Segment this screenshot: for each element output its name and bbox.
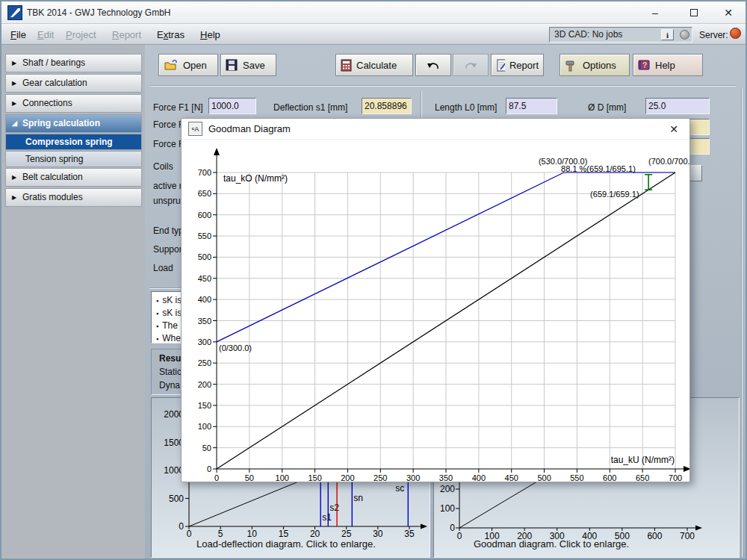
sidebar-item-belt-calculation[interactable]: ▶ Belt calculation <box>5 168 142 187</box>
undo-button[interactable] <box>415 54 451 76</box>
svg-text:700: 700 <box>669 473 682 482</box>
info-button[interactable]: i <box>661 29 674 40</box>
section-separator <box>149 287 181 289</box>
svg-text:0: 0 <box>207 464 211 473</box>
form-divider <box>421 91 422 119</box>
server-label: Server: <box>699 30 728 40</box>
menu-extras[interactable]: Extras <box>152 28 189 42</box>
server-status-led <box>730 28 741 39</box>
svg-text:650: 650 <box>198 189 211 198</box>
svg-text:200: 200 <box>341 473 354 482</box>
dialog-close-button[interactable]: ✕ <box>666 122 682 137</box>
svg-text:200: 200 <box>198 380 211 389</box>
sidebar-item-gratis-modules[interactable]: ▶ Gratis modules <box>5 188 142 207</box>
svg-text:10: 10 <box>247 529 258 539</box>
svg-text:0: 0 <box>179 521 184 532</box>
window-titlebar[interactable]: TBK 2014 - GWJ Technology GmbH – ✕ <box>1 1 746 24</box>
svg-text:350: 350 <box>198 317 211 326</box>
chart-annotation: 88.1 %(659.1/695.1) <box>561 164 636 173</box>
diameter-d-label: Ø D [mm] <box>588 102 626 113</box>
bullet-icon: ▪ <box>156 323 158 330</box>
minimize-button[interactable]: – <box>642 4 668 22</box>
svg-text:400: 400 <box>198 295 211 304</box>
force-f1-input[interactable] <box>208 98 256 114</box>
svg-text:0: 0 <box>187 529 192 539</box>
chevron-right-icon: ▶ <box>12 189 16 206</box>
svg-text:100: 100 <box>276 473 289 482</box>
sidebar-item-gear-calculation[interactable]: ▶ Gear calculation <box>5 74 142 93</box>
svg-text:100: 100 <box>198 422 211 431</box>
sidebar-item-compression-spring[interactable]: Compression spring <box>5 134 142 150</box>
note-item: ▪Whe <box>156 333 181 343</box>
length-l0-input[interactable] <box>506 98 557 114</box>
menu-edit[interactable]: Edit <box>33 28 58 42</box>
diameter-d-input[interactable] <box>645 98 710 114</box>
calculate-button[interactable]: Calculate <box>335 54 413 76</box>
results-row: Dyna <box>159 380 180 391</box>
sidebar-item-connections[interactable]: ▶ Connections <box>5 94 142 113</box>
cad-status-text: 3D CAD: No jobs <box>554 29 622 40</box>
save-button[interactable]: Save <box>220 54 276 76</box>
chevron-expanded-icon: ◢ <box>12 115 17 132</box>
redo-arrow-icon <box>463 60 478 71</box>
load-deflection-caption: Load-deflection diagram. Click to enlarg… <box>152 538 421 550</box>
svg-text:700: 700 <box>198 168 211 177</box>
deflection-s1-input[interactable] <box>362 98 412 114</box>
svg-text:600: 600 <box>603 473 616 482</box>
bullet-icon: ▪ <box>156 335 158 343</box>
svg-text:400: 400 <box>472 473 486 482</box>
svg-text:s2: s2 <box>329 503 339 513</box>
svg-text:tau_kU (N/mm²): tau_kU (N/mm²) <box>611 455 675 465</box>
svg-text:150: 150 <box>198 401 211 410</box>
svg-text:500: 500 <box>169 494 184 504</box>
svg-text:550: 550 <box>198 231 211 240</box>
menu-project[interactable]: Project <box>61 28 101 42</box>
open-folder-icon <box>164 59 179 71</box>
redo-button[interactable] <box>453 54 489 76</box>
chart-annotation: (659.1/659.1) <box>590 190 639 199</box>
svg-text:sc: sc <box>395 483 404 494</box>
sidebar-item-shaft-bearings[interactable]: ▶ Shaft / bearings <box>5 54 142 72</box>
svg-text:500: 500 <box>198 252 211 261</box>
dialog-titlebar[interactable]: cA Goodman Diagram ✕ <box>182 119 689 140</box>
sidebar-item-spring-calculation[interactable]: ◢ Spring calculation <box>5 114 142 133</box>
svg-text:500: 500 <box>537 473 551 482</box>
form-label-fragment: unspru <box>153 196 181 206</box>
open-button[interactable]: Open <box>158 54 218 76</box>
dialog-title: Goodman Diagram <box>208 123 291 134</box>
svg-text:700: 700 <box>680 531 695 541</box>
report-button[interactable]: Report <box>491 54 544 76</box>
goodman-diagram-chart: 0501001502002503003504004505005506006507… <box>182 140 689 482</box>
form-label-fragment: End typ <box>153 225 184 236</box>
cad-status-led <box>680 30 689 40</box>
cad-status-box: 3D CAD: No jobs i <box>549 27 692 43</box>
sidebar-item-tension-spring[interactable]: Tension spring <box>5 151 142 167</box>
chart-annotation: (0/300.0) <box>219 343 252 352</box>
help-book-icon: ? <box>638 59 651 71</box>
svg-text:250: 250 <box>198 358 211 367</box>
form-label-fragment: active n <box>153 181 184 191</box>
chevron-right-icon: ▶ <box>12 169 16 186</box>
svg-text:30: 30 <box>373 529 383 539</box>
svg-text:15: 15 <box>279 529 289 539</box>
app-icon <box>7 5 22 20</box>
goodman-thumb-caption: Goodman diagram. Click to enlarge. <box>434 538 669 550</box>
window-title: TBK 2014 - GWJ Technology GmbH <box>27 7 171 18</box>
note-item: ▪sK is <box>156 308 182 318</box>
panel-right-edge <box>741 88 743 557</box>
menu-report[interactable]: Report <box>108 28 146 42</box>
menu-help[interactable]: Help <box>196 28 225 42</box>
svg-text:150: 150 <box>308 473 321 482</box>
close-button[interactable]: ✕ <box>716 4 741 22</box>
maximize-button[interactable] <box>681 4 707 22</box>
svg-text:35: 35 <box>404 529 415 539</box>
tools-hammer-icon <box>565 59 578 72</box>
form-label-fragment: Force F <box>153 119 184 130</box>
menu-file[interactable]: File <box>6 28 31 42</box>
help-button[interactable]: ? Help <box>633 54 703 76</box>
svg-text:250: 250 <box>374 473 387 482</box>
options-button[interactable]: Options <box>560 54 630 76</box>
calculator-icon <box>341 59 352 72</box>
form-label-fragment: Load <box>153 263 173 273</box>
svg-text:25: 25 <box>341 529 352 539</box>
